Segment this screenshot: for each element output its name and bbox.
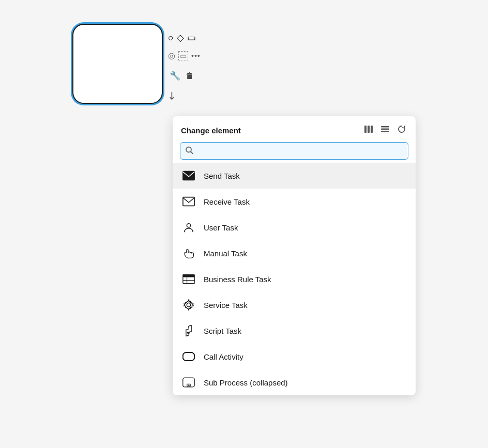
reset-button[interactable]: [396, 123, 407, 137]
script-task-label: Script Task: [204, 327, 241, 335]
svg-rect-9: [183, 197, 194, 206]
search-icon: [185, 146, 193, 156]
svg-rect-19: [183, 352, 194, 361]
svg-rect-1: [368, 126, 370, 133]
business-rule-task-label: Business Rule Task: [204, 275, 271, 284]
circle-icon[interactable]: ○: [168, 33, 174, 43]
square-icon[interactable]: ▭: [187, 32, 196, 43]
more-icon[interactable]: •••: [191, 52, 201, 60]
receive-task-label: Receive Task: [204, 197, 250, 206]
panel-header: Change element: [173, 116, 416, 142]
svg-rect-2: [371, 126, 373, 133]
list-item[interactable]: Business Rule Task: [173, 266, 416, 292]
svg-point-15: [187, 303, 190, 306]
svg-line-7: [191, 152, 193, 154]
svg-rect-0: [364, 126, 367, 133]
svg-rect-4: [381, 129, 389, 130]
svg-rect-8: [183, 172, 194, 180]
manual-task-icon: [181, 245, 196, 261]
list-item[interactable]: Service Task: [173, 292, 416, 318]
arrow-icon-wrapper: ↗: [167, 90, 176, 102]
bpmn-shape-container: [72, 24, 163, 104]
shape-variant-toolbar: ◎ ▭ •••: [168, 51, 201, 60]
call-activity-icon: [181, 349, 196, 364]
subprocess-icon: [181, 375, 196, 390]
panel-header-icons: [363, 123, 407, 137]
action-toolbar: 🔧 🗑: [170, 70, 194, 81]
columns-view-button[interactable]: [363, 123, 374, 137]
svg-rect-3: [381, 126, 389, 128]
arrow-icon[interactable]: ↗: [164, 89, 179, 104]
svg-rect-5: [381, 131, 389, 132]
bpmn-shape[interactable]: [72, 24, 163, 104]
dashed-rect-icon[interactable]: ▭: [178, 51, 188, 60]
business-rule-task-icon: [181, 271, 196, 287]
list-item[interactable]: Manual Task: [173, 240, 416, 266]
trash-icon[interactable]: 🗑: [186, 71, 194, 81]
list-item[interactable]: Script Task: [173, 318, 416, 344]
service-task-label: Service Task: [204, 301, 248, 310]
subprocess-label: Sub Process (collapsed): [204, 378, 288, 387]
list-item[interactable]: Send Task: [173, 163, 416, 189]
panel-title: Change element: [181, 126, 241, 135]
list-item[interactable]: User Task: [173, 214, 416, 240]
element-type-list: Send Task Receive Task: [173, 163, 416, 395]
canvas: ○ ◇ ▭ ◎ ▭ ••• 🔧 🗑 ↗ Change element: [0, 0, 488, 448]
list-view-button[interactable]: [379, 123, 391, 137]
svg-point-10: [187, 224, 190, 227]
manual-task-label: Manual Task: [204, 249, 247, 258]
user-task-label: User Task: [204, 223, 238, 232]
receive-task-icon: [181, 194, 196, 209]
dashed-circle-icon[interactable]: ◎: [168, 51, 175, 60]
list-item[interactable]: Call Activity: [173, 344, 416, 369]
search-input[interactable]: [180, 142, 408, 160]
shape-type-toolbar: ○ ◇ ▭: [168, 32, 196, 43]
svg-rect-12: [183, 274, 194, 277]
send-task-icon: [181, 168, 196, 183]
user-task-icon: [181, 220, 196, 235]
list-item[interactable]: Receive Task: [173, 189, 416, 214]
send-task-label: Send Task: [204, 172, 240, 180]
change-element-panel: Change element: [173, 116, 416, 395]
call-activity-label: Call Activity: [204, 352, 243, 361]
search-box: [180, 142, 408, 160]
service-task-icon: [181, 297, 196, 313]
list-item[interactable]: Sub Process (collapsed): [173, 369, 416, 395]
script-task-icon: [181, 323, 196, 338]
wrench-icon[interactable]: 🔧: [170, 70, 180, 81]
diamond-icon[interactable]: ◇: [177, 32, 184, 43]
